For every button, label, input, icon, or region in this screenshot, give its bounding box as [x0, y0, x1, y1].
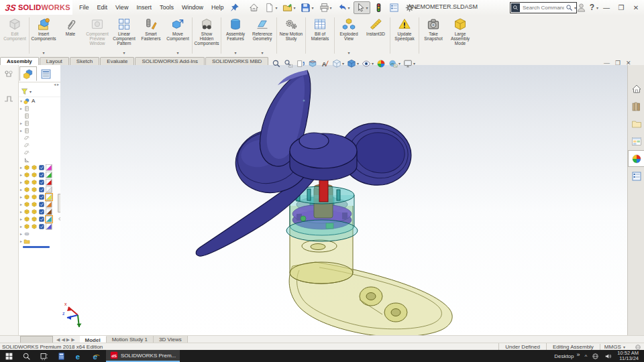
display-style-button[interactable]: ▾ [345, 59, 360, 68]
move-component-dropdown-caret[interactable]: ▾ [176, 50, 178, 55]
tree-component-row[interactable]: ▸ [19, 171, 60, 178]
menu-view[interactable]: View [111, 1, 132, 13]
tree-row[interactable] [19, 149, 60, 156]
help-button[interactable]: ? [590, 3, 594, 12]
doc-tab-motion-study-1[interactable]: Motion Study 1 [107, 336, 154, 343]
doc-restore-button[interactable]: ❐ [615, 60, 621, 66]
exploded-view-dropdown-caret[interactable]: ▾ [347, 50, 350, 55]
expand-arrow[interactable]: ▸ [19, 194, 23, 199]
taskpane-custom-properties-button[interactable] [628, 168, 644, 184]
save-dropdown-caret[interactable]: ▾ [311, 5, 313, 10]
edit-appearance-button[interactable] [375, 59, 387, 68]
search-icon[interactable] [566, 4, 573, 11]
taskpane-appearances-button[interactable] [628, 150, 644, 167]
appearance-swatch[interactable] [46, 208, 52, 215]
reference-geometry-button[interactable]: Reference Geometry▾ [249, 15, 276, 56]
tab-evaluate[interactable]: Evaluate [100, 57, 134, 65]
pin-icon[interactable] [230, 3, 239, 12]
help-dropdown-caret[interactable]: ▾ [596, 5, 598, 10]
tab-property-manager[interactable] [37, 66, 54, 81]
pane-left-icon[interactable] [580, 59, 588, 66]
exploded-view-button[interactable]: Exploded View▾ [335, 15, 362, 56]
units-selector[interactable]: MMGS ▾ [600, 344, 629, 350]
restore-button[interactable]: ❐ [614, 2, 628, 13]
take-snapshot-button[interactable]: Take Snapshot [420, 15, 447, 56]
mate-button[interactable]: Mate [57, 15, 84, 56]
tree-component-row[interactable]: ▸ [19, 193, 60, 200]
expand-arrow[interactable]: ▸ [19, 172, 23, 177]
view-orientation-caret[interactable]: ▾ [342, 61, 344, 66]
bill-of-materials-button[interactable]: Bill of Materials [307, 15, 333, 56]
tree-row[interactable] [19, 156, 60, 164]
hide-show-items-button[interactable]: ▾ [360, 59, 375, 68]
open-dropdown-caret[interactable]: ▾ [293, 5, 295, 10]
volume-icon[interactable] [604, 353, 612, 360]
tree-row[interactable] [19, 141, 60, 149]
appearance-swatch[interactable] [46, 216, 52, 223]
undo-button[interactable]: ▾ [335, 1, 352, 14]
insert-components-dropdown-caret[interactable]: ▾ [42, 50, 44, 55]
component-flyout-icon[interactable] [3, 69, 14, 80]
taskbar-start-button[interactable] [0, 350, 17, 362]
network-icon[interactable] [592, 353, 599, 360]
tab-solidworks-add-ins[interactable]: SOLIDWORKS Add-Ins [135, 57, 205, 65]
appearance-swatch[interactable] [46, 194, 52, 200]
section-view-button[interactable] [307, 59, 319, 68]
apply-scene-button[interactable]: ▾ [387, 59, 402, 68]
sketch-step-icon[interactable] [3, 93, 14, 104]
home-button[interactable] [247, 1, 261, 14]
taskbar-edge-button[interactable]: e [70, 350, 87, 362]
menu-file[interactable]: File [75, 1, 93, 13]
appearance-swatch[interactable] [46, 172, 52, 178]
menu-help[interactable]: Help [207, 1, 228, 13]
show-hidden-components-button[interactable]: Show Hidden Components [193, 15, 220, 56]
tree-component-row[interactable]: ▸ [19, 215, 60, 223]
new-motion-study-button[interactable]: New Motion Study [278, 15, 305, 56]
appearance-swatch[interactable] [46, 179, 52, 186]
zoom-area-button[interactable] [282, 59, 294, 68]
save-button[interactable]: ▾ [299, 1, 315, 14]
expand-arrow[interactable]: ▸ [19, 106, 23, 111]
new-document-dropdown-caret[interactable]: ▾ [275, 5, 277, 10]
search-commands-box[interactable]: ▾ [510, 2, 577, 13]
update-speedpak-button[interactable]: Update Speedpak [391, 15, 418, 56]
hide-show-items-caret[interactable]: ▾ [372, 61, 374, 66]
tree-row[interactable] [19, 134, 60, 141]
large-assembly-mode-button[interactable]: Large Assembly Mode [447, 15, 474, 56]
taskpane-design-library-button[interactable] [628, 98, 644, 115]
tab-solidworks-mbd[interactable]: SOLIDWORKS MBD [205, 57, 268, 65]
tab-nav-arrows[interactable]: ◀◀▶▶ [53, 337, 80, 343]
undo-dropdown-caret[interactable]: ▾ [348, 5, 350, 10]
expand-arrow[interactable]: ▸ [19, 202, 23, 206]
tab-layout[interactable]: Layout [40, 57, 69, 65]
tree-component-row[interactable]: ▸ [19, 164, 60, 171]
instant3d-button[interactable]: Instant3D [362, 15, 389, 56]
tree-component-row[interactable]: ▸ [19, 223, 60, 230]
menu-tools[interactable]: Tools [156, 1, 178, 13]
expand-arrow[interactable]: ▸ [19, 165, 23, 170]
rebuild-button[interactable] [372, 1, 386, 14]
menu-insert[interactable]: Insert [132, 1, 156, 13]
desktop-label[interactable]: Desktop [554, 353, 574, 359]
appearance-swatch[interactable] [46, 223, 52, 230]
tab-assembly[interactable]: Assembly [0, 57, 39, 65]
tree-row[interactable]: ▸ [19, 230, 60, 237]
expand-arrow[interactable]: ▸ [19, 217, 23, 221]
graphics-viewport[interactable]: x z [60, 65, 627, 335]
tree-row[interactable]: ▸ [19, 237, 60, 245]
view-settings-button[interactable]: ▾ [402, 59, 417, 68]
taskbar-active-task[interactable]: dS SOLIDWORKS Prem... [106, 350, 180, 362]
view-orientation-button[interactable]: ▾ [331, 59, 345, 68]
expand-arrow[interactable]: ▸ [19, 224, 23, 229]
taskpane-view-palette-button[interactable] [628, 133, 644, 149]
tree-component-row[interactable]: ▸ [19, 208, 60, 215]
tree-row[interactable]: ▾A [19, 97, 60, 105]
display-style-caret[interactable]: ▾ [357, 61, 359, 66]
expand-arrow[interactable]: ▸ [19, 209, 23, 214]
expand-arrow[interactable]: ▸ [19, 121, 23, 125]
assembly-features-button[interactable]: Assembly Features▾ [222, 15, 249, 56]
options-list-button[interactable] [387, 1, 401, 14]
tab-sketch[interactable]: Sketch [70, 57, 99, 65]
menu-window[interactable]: Window [178, 1, 207, 13]
reference-geometry-dropdown-caret[interactable]: ▾ [261, 50, 263, 55]
